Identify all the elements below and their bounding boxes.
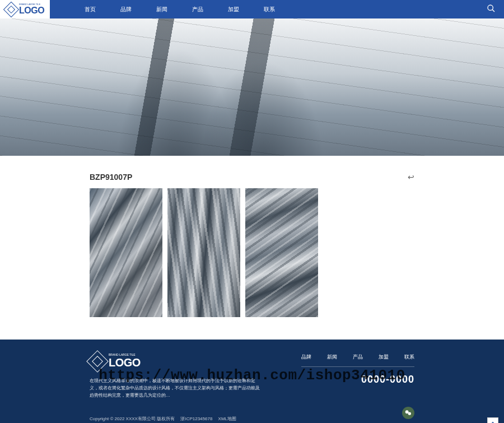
icp-link[interactable]: 浙ICP12345678 xyxy=(180,416,212,421)
footer-description: 在现代主义风格革命的浪潮中，极速不断地被设计师用现代的手法予以新的诠释和定义，或… xyxy=(90,378,263,399)
svg-point-2 xyxy=(405,411,409,414)
back-icon[interactable]: ↩ xyxy=(408,173,414,182)
nav-news[interactable]: 新闻 xyxy=(144,6,180,13)
nav-home[interactable]: 首页 xyxy=(72,6,108,13)
search-icon[interactable] xyxy=(487,4,496,15)
product-gallery xyxy=(90,188,414,317)
logo-icon xyxy=(3,1,19,17)
footer-logo[interactable]: BRAND LARGE TILE LOGO xyxy=(90,354,263,369)
main-nav: 首页 品牌 新闻 产品 加盟 联系 xyxy=(72,6,287,13)
footer-nav-contact[interactable]: 联系 xyxy=(404,354,414,361)
nav-product[interactable]: 产品 xyxy=(180,6,216,13)
xml-link[interactable]: XML地图 xyxy=(218,416,236,421)
footer-phone: 0000-0000 xyxy=(301,374,414,385)
svg-point-0 xyxy=(488,5,493,10)
footer: BRAND LARGE TILE LOGO 在现代主义风格革命的浪潮中，极速不断… xyxy=(0,340,504,423)
footer-logo-icon xyxy=(86,350,109,373)
footer-logo-text: LOGO xyxy=(109,356,141,369)
nav-brand[interactable]: 品牌 xyxy=(108,6,144,13)
footer-nav-product[interactable]: 产品 xyxy=(353,354,363,361)
footer-nav-news[interactable]: 新闻 xyxy=(327,354,337,361)
logo[interactable]: BRAND LARGE TILE LOGO xyxy=(0,0,50,18)
header: BRAND LARGE TILE LOGO 首页 品牌 新闻 产品 加盟 联系 xyxy=(0,0,504,18)
footer-nav-brand[interactable]: 品牌 xyxy=(301,354,311,361)
product-image-1[interactable] xyxy=(90,188,162,317)
copyright: Copyright © 2022 XXXX有限公司 版权所有 浙ICP12345… xyxy=(90,416,414,422)
hero-banner xyxy=(0,18,504,156)
nav-contact[interactable]: 联系 xyxy=(251,6,287,13)
footer-nav-join[interactable]: 加盟 xyxy=(379,354,389,361)
copyright-text: Copyright © 2022 XXXX有限公司 版权所有 xyxy=(90,416,175,421)
logo-text: LOGO xyxy=(19,6,44,16)
product-content: BZP91007P ↩ xyxy=(0,156,504,340)
nav-join[interactable]: 加盟 xyxy=(216,6,251,13)
product-image-2[interactable] xyxy=(167,188,240,317)
svg-point-3 xyxy=(408,412,411,415)
scroll-top-button[interactable] xyxy=(487,417,498,423)
product-image-3[interactable] xyxy=(245,188,318,317)
svg-line-1 xyxy=(492,10,494,12)
footer-nav: 品牌 新闻 产品 加盟 联系 xyxy=(301,354,414,367)
product-title: BZP91007P xyxy=(90,173,132,182)
